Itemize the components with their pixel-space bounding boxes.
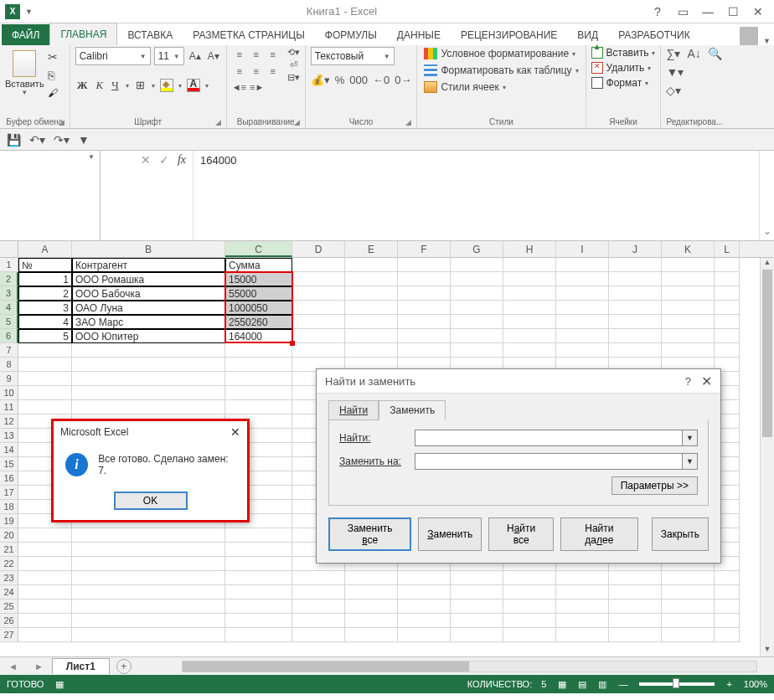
sheet-nav-prev[interactable]: ◄ xyxy=(0,661,26,672)
cell[interactable] xyxy=(18,358,72,372)
qat-dropdown[interactable]: ▼ xyxy=(25,8,37,16)
cell[interactable] xyxy=(662,343,715,358)
cell[interactable] xyxy=(715,585,740,600)
cell[interactable] xyxy=(345,600,398,614)
number-launcher[interactable]: ◢ xyxy=(405,118,411,126)
cell[interactable] xyxy=(292,258,345,272)
column-header-F[interactable]: F xyxy=(398,241,451,257)
zoom-out-icon[interactable]: — xyxy=(618,679,627,689)
cell[interactable] xyxy=(715,301,740,315)
cell[interactable] xyxy=(503,571,556,585)
find-dropdown-icon[interactable]: ▼ xyxy=(682,430,697,445)
clipboard-launcher[interactable]: ◢ xyxy=(59,118,64,126)
autosum-icon[interactable]: ∑▾ xyxy=(666,47,680,60)
cell[interactable] xyxy=(72,557,225,571)
wrap-text-icon[interactable]: ⏎ xyxy=(287,59,300,70)
format-cells-button[interactable]: Формат▾ xyxy=(591,77,656,89)
tab-review[interactable]: РЕЦЕНЗИРОВАНИЕ xyxy=(451,24,567,45)
row-header-15[interactable]: 15 xyxy=(0,457,18,471)
view-pagebreak-icon[interactable]: ▥ xyxy=(598,679,606,690)
tab-data[interactable]: ДАННЫЕ xyxy=(387,24,451,45)
row-header-10[interactable]: 10 xyxy=(0,386,18,400)
row-header-21[interactable]: 21 xyxy=(0,543,18,557)
cell[interactable] xyxy=(398,571,451,585)
cell[interactable] xyxy=(715,614,740,628)
cell[interactable] xyxy=(609,628,662,642)
cell[interactable] xyxy=(398,628,451,642)
cell[interactable] xyxy=(451,258,503,272)
row-header-18[interactable]: 18 xyxy=(0,500,18,514)
cell[interactable] xyxy=(18,614,72,628)
decrease-font-icon[interactable]: A▾ xyxy=(206,50,221,62)
cell[interactable] xyxy=(715,315,740,329)
cancel-formula-icon[interactable]: ✕ xyxy=(141,153,151,167)
cell[interactable] xyxy=(72,628,225,642)
cell[interactable] xyxy=(398,315,451,329)
cell[interactable] xyxy=(292,315,345,329)
cell[interactable] xyxy=(451,272,503,286)
horizontal-scrollbar[interactable] xyxy=(182,661,757,672)
cell[interactable] xyxy=(345,301,398,315)
increase-decimal-icon[interactable]: ←0 xyxy=(373,74,390,86)
cell[interactable] xyxy=(715,343,740,358)
cell[interactable]: ООО Юпитер xyxy=(72,329,225,343)
name-box[interactable]: ▼ xyxy=(0,151,101,240)
align-right-icon[interactable]: ≡ xyxy=(266,64,281,79)
cell[interactable] xyxy=(18,585,72,600)
cell[interactable] xyxy=(292,343,345,358)
cell[interactable] xyxy=(556,315,609,329)
redo-icon[interactable]: ↷▾ xyxy=(54,133,70,147)
insert-cells-button[interactable]: Вставить▾ xyxy=(591,47,656,59)
enter-formula-icon[interactable]: ✓ xyxy=(159,153,169,167)
cell[interactable] xyxy=(345,571,398,585)
cell[interactable] xyxy=(556,600,609,614)
align-left-icon[interactable]: ≡ xyxy=(232,64,247,79)
cell[interactable] xyxy=(662,600,715,614)
cell[interactable] xyxy=(609,329,662,343)
cell[interactable] xyxy=(609,258,662,272)
increase-font-icon[interactable]: A▴ xyxy=(188,50,203,62)
cell[interactable] xyxy=(609,315,662,329)
row-header-8[interactable]: 8 xyxy=(0,358,18,372)
column-header-I[interactable]: I xyxy=(556,241,609,257)
replace-button[interactable]: Заменить xyxy=(418,517,482,551)
cell[interactable] xyxy=(18,386,72,400)
cell[interactable] xyxy=(345,315,398,329)
tab-developer[interactable]: РАЗРАБОТЧИК xyxy=(608,24,700,45)
cell[interactable] xyxy=(662,571,715,585)
cell[interactable] xyxy=(18,372,72,386)
decrease-decimal-icon[interactable]: 0→ xyxy=(395,74,411,86)
cell[interactable] xyxy=(72,372,225,386)
cell[interactable] xyxy=(715,272,740,286)
row-header-1[interactable]: 1 xyxy=(0,258,18,272)
row-header-17[interactable]: 17 xyxy=(0,486,18,500)
column-header-E[interactable]: E xyxy=(345,241,398,257)
cell[interactable] xyxy=(451,571,503,585)
msgbox-ok-button[interactable]: OK xyxy=(114,492,188,510)
cell[interactable] xyxy=(451,600,503,614)
fill-handle[interactable] xyxy=(290,341,295,346)
tab-view[interactable]: ВИД xyxy=(567,24,608,45)
cell[interactable] xyxy=(451,343,503,358)
cell[interactable] xyxy=(662,628,715,642)
cell[interactable] xyxy=(715,329,740,343)
cell[interactable] xyxy=(345,272,398,286)
cell[interactable]: Сумма xyxy=(225,258,292,272)
find-next-button[interactable]: Найти далее xyxy=(560,517,638,551)
cell[interactable] xyxy=(662,614,715,628)
currency-icon[interactable]: 💰▾ xyxy=(311,74,330,86)
tab-file[interactable]: ФАЙЛ xyxy=(2,24,49,45)
replace-all-button[interactable]: Заменить все xyxy=(328,517,411,551)
cell[interactable] xyxy=(345,614,398,628)
row-header-24[interactable]: 24 xyxy=(0,585,18,600)
underline-button[interactable]: Ч xyxy=(110,77,120,94)
cut-icon[interactable] xyxy=(48,50,64,65)
align-top-icon[interactable]: ≡ xyxy=(232,47,247,62)
cell[interactable] xyxy=(345,286,398,301)
tab-home[interactable]: ГЛАВНАЯ xyxy=(49,23,117,45)
cell[interactable] xyxy=(72,386,225,400)
formula-bar-expand[interactable]: ⌄ xyxy=(759,151,774,240)
formula-input[interactable]: 164000 xyxy=(193,151,759,240)
cell[interactable]: 2 xyxy=(18,286,72,301)
row-header-9[interactable]: 9 xyxy=(0,372,18,386)
